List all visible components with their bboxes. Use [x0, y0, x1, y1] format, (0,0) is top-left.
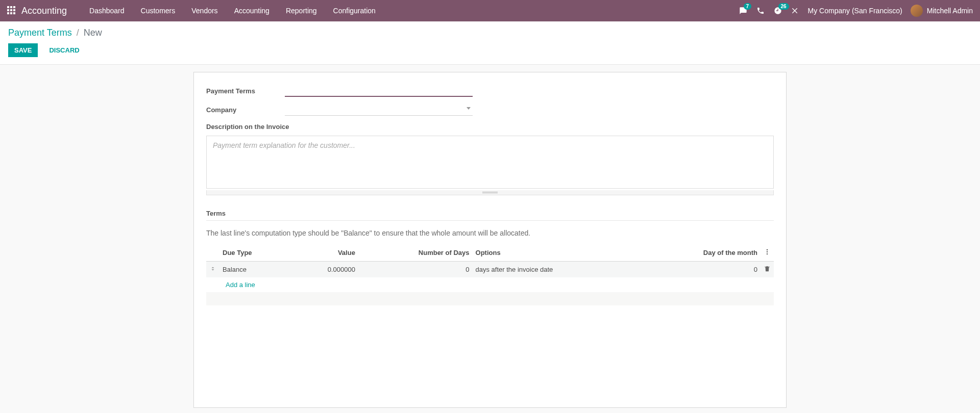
avatar	[911, 5, 923, 17]
close-tray-icon[interactable]	[791, 6, 800, 15]
app-brand: Accounting	[21, 6, 67, 16]
payment-terms-input[interactable]	[285, 85, 473, 97]
kebab-icon[interactable]	[764, 249, 771, 257]
col-day-of-month: Day of the month	[640, 244, 761, 262]
description-textarea[interactable]	[206, 136, 774, 189]
terms-note: The last line's computation type should …	[206, 229, 774, 237]
terms-table: Due Type Value Number of Days Options Da…	[206, 244, 774, 305]
breadcrumb-parent[interactable]: Payment Terms	[8, 28, 72, 38]
col-menu	[761, 244, 774, 262]
nav-link-reporting[interactable]: Reporting	[278, 0, 325, 21]
payment-terms-label: Payment Terms	[206, 87, 285, 95]
nav-link-accounting[interactable]: Accounting	[226, 0, 278, 21]
nav-link-dashboard[interactable]: Dashboard	[81, 0, 133, 21]
breadcrumb-current: New	[84, 28, 102, 38]
topnav: Accounting Dashboard Customers Vendors A…	[0, 0, 980, 21]
drag-handle-icon[interactable]	[210, 266, 216, 273]
apps-icon[interactable]	[7, 6, 16, 15]
filler-row	[206, 292, 774, 305]
breadcrumb: Payment Terms / New	[8, 28, 972, 38]
user-name-label: Mitchell Admin	[927, 7, 973, 15]
save-button[interactable]: SAVE	[8, 43, 38, 57]
form-sheet: Payment Terms Company Description on the…	[193, 72, 787, 408]
cell-dom[interactable]: 0	[640, 262, 761, 278]
breadcrumb-sep: /	[77, 28, 79, 38]
cell-options[interactable]: days after the invoice date	[473, 262, 640, 278]
col-options: Options	[473, 244, 640, 262]
phone-icon[interactable]	[756, 6, 765, 15]
add-line-link[interactable]: Add a line	[223, 277, 258, 293]
svg-point-1	[767, 251, 768, 252]
add-line-row: Add a line	[206, 277, 774, 292]
col-days: Number of Days	[358, 244, 473, 262]
table-row[interactable]: Balance 0.000000 0 days after the invoic…	[206, 262, 774, 278]
company-input[interactable]	[285, 104, 473, 116]
svg-point-0	[767, 249, 768, 250]
messages-badge: 7	[744, 3, 752, 10]
activity-icon[interactable]: 26	[773, 6, 782, 15]
subheader: Payment Terms / New SAVE DISCARD	[0, 21, 980, 65]
trash-icon[interactable]	[764, 266, 771, 274]
cell-days[interactable]: 0	[358, 262, 473, 278]
cell-due-type[interactable]: Balance	[219, 262, 290, 278]
nav-link-customers[interactable]: Customers	[133, 0, 184, 21]
col-handle	[206, 244, 219, 262]
col-value: Value	[290, 244, 358, 262]
messages-icon[interactable]: 7	[739, 6, 748, 15]
description-label: Description on the Invoice	[206, 123, 774, 131]
activity-badge: 26	[778, 3, 789, 10]
cell-value[interactable]: 0.000000	[290, 262, 358, 278]
nav-link-vendors[interactable]: Vendors	[183, 0, 226, 21]
terms-heading: Terms	[206, 210, 774, 221]
company-label: Company	[206, 106, 285, 114]
col-due-type: Due Type	[219, 244, 290, 262]
user-menu[interactable]: Mitchell Admin	[911, 5, 973, 17]
discard-button[interactable]: DISCARD	[43, 43, 85, 57]
resize-handle[interactable]	[206, 190, 774, 195]
nav-links: Dashboard Customers Vendors Accounting R…	[81, 0, 384, 21]
company-switcher[interactable]: My Company (San Francisco)	[808, 7, 902, 15]
nav-link-configuration[interactable]: Configuration	[325, 0, 384, 21]
svg-point-2	[767, 253, 768, 254]
